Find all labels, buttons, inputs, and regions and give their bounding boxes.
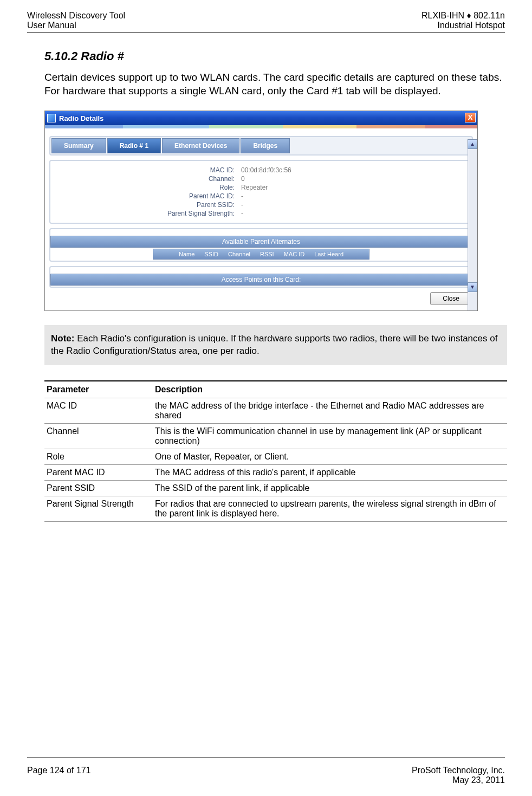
label-role: Role: [57, 184, 241, 191]
window-icon [47, 114, 56, 122]
cell-desc: This is the WiFi communication channel i… [153, 424, 507, 449]
col-mac-id: MAC ID [284, 251, 305, 257]
cell-desc: The MAC address of this radio's parent, … [153, 465, 507, 481]
tab-bridges[interactable]: Bridges [241, 138, 290, 153]
value-parent-mac: - [241, 192, 465, 200]
dialog-body: ▲ ▼ Summary Radio # 1 Ethernet Devices B… [45, 125, 477, 310]
value-role: Repeater [241, 184, 465, 191]
table-row: Channel This is the WiFi communication c… [44, 424, 507, 449]
th-description: Description [153, 381, 507, 398]
tab-summary[interactable]: Summary [51, 138, 106, 153]
scroll-up-icon[interactable]: ▲ [468, 139, 477, 149]
table-row: Parent Signal Strength For radios that a… [44, 496, 507, 522]
footer-left: Page 124 of 171 [27, 766, 90, 785]
cell-param: Parent Signal Strength [44, 496, 153, 522]
th-parameter: Parameter [44, 381, 153, 398]
decorative-gradient [45, 125, 477, 128]
cell-desc: the MAC address of the bridge interface … [153, 398, 507, 424]
footer-right: ProSoft Technology, Inc. May 23, 2011 [412, 766, 505, 785]
footer-right-line1: ProSoft Technology, Inc. [412, 766, 505, 775]
cell-param: MAC ID [44, 398, 153, 424]
header-right-line1: RLXIB-IHN ♦ 802.11n [421, 11, 505, 21]
page-header: WirelessN Discovery Tool User Manual RLX… [27, 0, 505, 30]
cell-desc: One of Master, Repeater, or Client. [153, 449, 507, 465]
radio-fields: MAC ID: 00:0d:8d:f0:3c:56 Channel: 0 Rol… [57, 166, 465, 217]
scrollbar-track[interactable]: ▲ ▼ [468, 139, 477, 310]
available-parents-columns: Name SSID Channel RSSI MAC ID Last Heard [153, 249, 369, 260]
table-header-row: Parameter Description [44, 381, 507, 398]
parameter-table: Parameter Description MAC ID the MAC add… [44, 380, 507, 522]
section-paragraph: Certain devices support up to two WLAN c… [44, 71, 505, 98]
dialog-button-row: Close [45, 288, 477, 310]
label-parent-signal: Parent Signal Strength: [57, 210, 241, 217]
footer-rule [27, 758, 505, 758]
footer-right-line2: May 23, 2011 [412, 775, 505, 785]
header-right-line2: Industrial Hotspot [421, 21, 505, 30]
col-name: Name [179, 251, 194, 257]
radio-card-area: MAC ID: 00:0d:8d:f0:3c:56 Channel: 0 Rol… [49, 160, 473, 224]
value-parent-signal: - [241, 210, 465, 217]
label-mac-id: MAC ID: [57, 166, 241, 174]
access-points-card: Access Points on this Card: [49, 266, 473, 288]
tabs-row: Summary Radio # 1 Ethernet Devices Bridg… [49, 136, 473, 156]
note-text: Each Radio's configuration is unique. If… [51, 333, 497, 356]
table-row: Parent SSID The SSID of the parent link,… [44, 481, 507, 496]
header-left-line1: WirelessN Discovery Tool [27, 11, 125, 21]
table-row: Parent MAC ID The MAC address of this ra… [44, 465, 507, 481]
value-mac-id: 00:0d:8d:f0:3c:56 [241, 166, 465, 174]
header-left: WirelessN Discovery Tool User Manual [27, 11, 125, 30]
radio-details-dialog: Radio Details X ▲ ▼ Summary Radio # 1 Et… [44, 111, 478, 311]
available-parents-title: Available Parent Alternates [50, 236, 472, 248]
col-last-heard: Last Heard [314, 251, 343, 257]
col-ssid: SSID [204, 251, 218, 257]
close-icon[interactable]: X [465, 113, 476, 122]
note-label: Note: [51, 333, 74, 344]
access-points-title: Access Points on this Card: [50, 274, 472, 286]
value-channel: 0 [241, 175, 465, 183]
cell-desc: The SSID of the parent link, if applicab… [153, 481, 507, 496]
cell-param: Parent SSID [44, 481, 153, 496]
tab-ethernet-devices[interactable]: Ethernet Devices [162, 138, 239, 153]
header-rule [27, 33, 505, 33]
available-parents-card: Available Parent Alternates Name SSID Ch… [49, 228, 473, 262]
col-channel: Channel [228, 251, 250, 257]
cell-desc: For radios that are connected to upstrea… [153, 496, 507, 522]
cell-param: Role [44, 449, 153, 465]
value-parent-ssid: - [241, 201, 465, 209]
page-footer: Page 124 of 171 ProSoft Technology, Inc.… [27, 766, 505, 785]
label-parent-mac: Parent MAC ID: [57, 192, 241, 200]
header-left-line2: User Manual [27, 21, 125, 30]
close-button[interactable]: Close [430, 292, 472, 305]
cell-param: Channel [44, 424, 153, 449]
scroll-down-icon[interactable]: ▼ [468, 282, 477, 292]
label-channel: Channel: [57, 175, 241, 183]
table-row: Role One of Master, Repeater, or Client. [44, 449, 507, 465]
cell-param: Parent MAC ID [44, 465, 153, 481]
dialog-titlebar: Radio Details X [45, 111, 477, 125]
section-heading: 5.10.2 Radio # [44, 49, 505, 63]
col-rssi: RSSI [260, 251, 274, 257]
tab-radio-1[interactable]: Radio # 1 [107, 138, 161, 153]
header-right: RLXIB-IHN ♦ 802.11n Industrial Hotspot [421, 11, 505, 30]
table-row: MAC ID the MAC address of the bridge int… [44, 398, 507, 424]
note-box: Note: Each Radio's configuration is uniq… [44, 325, 507, 365]
dialog-title: Radio Details [59, 114, 103, 122]
label-parent-ssid: Parent SSID: [57, 201, 241, 209]
